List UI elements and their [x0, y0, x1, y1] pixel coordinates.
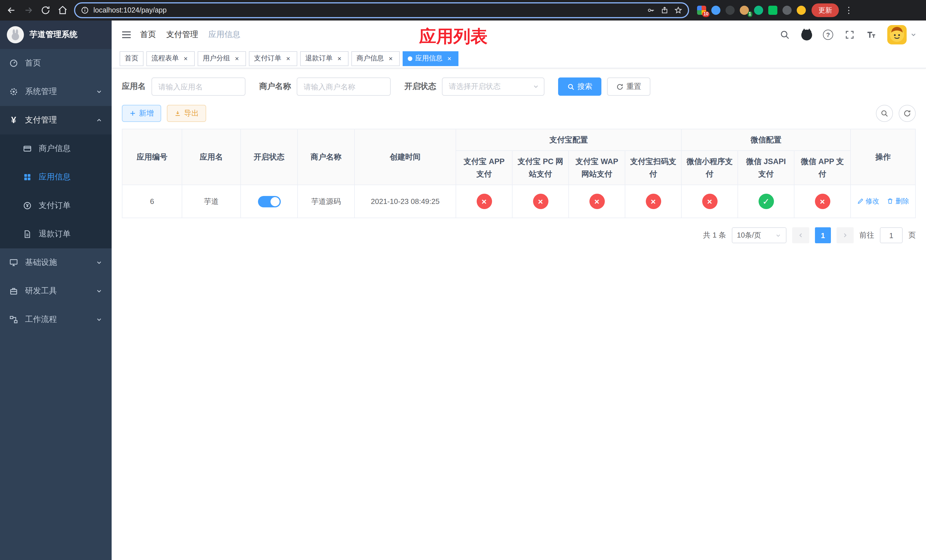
sidebar-item-pay-order[interactable]: 支付订单	[0, 191, 112, 220]
refresh-icon	[903, 109, 911, 117]
add-button[interactable]: 新增	[122, 105, 161, 122]
back-icon[interactable]	[6, 5, 17, 16]
bookmark-star-icon[interactable]	[674, 6, 682, 14]
search-button[interactable]: 搜索	[558, 77, 601, 96]
url-bar[interactable]: localhost:1024/pay/app	[74, 2, 689, 18]
tab-label: 应用信息	[415, 53, 442, 63]
tab-label: 用户分组	[203, 53, 230, 63]
close-icon[interactable]	[387, 54, 395, 62]
reset-button[interactable]: 重置	[607, 77, 651, 96]
cell-merchant: 芋道源码	[298, 185, 354, 218]
close-icon[interactable]	[182, 54, 190, 62]
chevron-down-icon	[96, 88, 103, 95]
extension-icon[interactable]	[768, 6, 777, 15]
merchant-name-input[interactable]	[297, 77, 391, 96]
toggle-search-button[interactable]	[876, 105, 893, 122]
next-page-button[interactable]	[837, 227, 854, 243]
search-icon[interactable]	[779, 29, 790, 41]
app-name-input[interactable]	[151, 77, 245, 96]
home-icon[interactable]	[57, 5, 68, 16]
sidebar-item-app-info[interactable]: 应用信息	[0, 163, 112, 191]
sidebar-item-merchant-info[interactable]: 商户信息	[0, 135, 112, 163]
delete-button-label: 删除	[896, 197, 909, 206]
info-icon[interactable]	[81, 6, 89, 14]
tab-pay-order[interactable]: 支付订单	[249, 51, 297, 66]
sidebar-item-infrastructure[interactable]: 基础设施	[0, 248, 112, 277]
chevron-left-icon	[797, 232, 804, 239]
font-size-icon[interactable]	[865, 29, 877, 41]
credit-card-icon	[23, 144, 32, 153]
status-select[interactable]: 请选择开启状态	[442, 77, 545, 96]
key-icon[interactable]	[647, 6, 655, 14]
export-button[interactable]: 导出	[167, 105, 206, 122]
add-button-label: 新增	[139, 108, 154, 118]
extension-icon[interactable]	[754, 6, 763, 15]
cell-alipay-wap: ×	[569, 185, 625, 218]
help-icon[interactable]	[822, 29, 834, 41]
update-button[interactable]: 更新	[811, 3, 839, 17]
tab-merchant-info[interactable]: 商户信息	[351, 51, 400, 66]
breadcrumb-item[interactable]: 首页	[140, 30, 156, 40]
tab-home[interactable]: 首页	[120, 51, 144, 66]
tab-process-form[interactable]: 流程表单	[146, 51, 195, 66]
cell-wechat-app: ×	[794, 185, 850, 218]
close-icon[interactable]	[445, 54, 453, 62]
goto-page-input[interactable]	[880, 227, 903, 243]
sidebar-item-label: 系统管理	[25, 86, 57, 97]
extension-icon[interactable]	[711, 6, 720, 15]
edit-button[interactable]: 修改	[857, 197, 879, 206]
download-icon	[174, 110, 181, 117]
github-icon[interactable]	[801, 29, 812, 41]
browser-menu-icon[interactable]: ⋮	[844, 5, 853, 15]
refresh-table-button[interactable]	[899, 105, 916, 122]
extension-icon[interactable]	[726, 6, 735, 15]
fullscreen-icon[interactable]	[844, 29, 855, 41]
sidebar-item-home[interactable]: 首页	[0, 49, 112, 77]
toggle-knob	[270, 197, 279, 206]
tab-label: 退款订单	[305, 53, 333, 63]
app-name-label: 应用名	[122, 82, 146, 92]
content: 应用名 商户名称 开启状态 请选择开启状态 搜索 重置	[112, 68, 926, 560]
close-icon[interactable]	[233, 54, 241, 62]
edit-button-label: 修改	[865, 197, 879, 206]
sidebar-toggle-icon[interactable]	[121, 29, 132, 41]
breadcrumb-item[interactable]: 支付管理	[166, 30, 198, 40]
tab-app-info[interactable]: 应用信息	[402, 51, 458, 66]
sidebar-item-refund-order[interactable]: 退款订单	[0, 220, 112, 248]
close-icon[interactable]	[284, 54, 292, 62]
extension-icon[interactable]	[797, 6, 806, 15]
extension-icon[interactable]	[782, 6, 791, 15]
sidebar-item-label: 工作流程	[25, 315, 57, 325]
config-status-icon: ×	[646, 194, 661, 209]
extension-icon[interactable]: 1	[740, 6, 749, 15]
col-header-alipay-app: 支付宝 APP 支付	[456, 151, 512, 185]
sidebar-item-payment[interactable]: ¥ 支付管理	[0, 106, 112, 135]
col-header-wechat-mini: 微信小程序支付	[681, 151, 738, 185]
app-logo-row[interactable]: 芋道管理系统	[0, 21, 112, 49]
sidebar-item-workflow[interactable]: 工作流程	[0, 305, 112, 334]
cell-status	[241, 185, 298, 218]
export-button-label: 导出	[184, 108, 199, 118]
tab-refund-order[interactable]: 退款订单	[300, 51, 348, 66]
share-icon[interactable]	[661, 6, 669, 14]
forward-icon[interactable]	[23, 5, 34, 16]
sidebar-item-label: 退款订单	[39, 229, 71, 239]
config-status-icon: ×	[589, 194, 605, 209]
extension-icon[interactable]: 10	[697, 6, 706, 15]
close-icon[interactable]	[336, 54, 343, 62]
goto-label: 前往	[859, 230, 874, 241]
user-avatar-menu[interactable]	[887, 25, 917, 44]
filter-form: 应用名 商户名称 开启状态 请选择开启状态 搜索 重置	[122, 77, 916, 96]
reload-icon[interactable]	[40, 5, 51, 16]
delete-button[interactable]: 删除	[887, 197, 909, 206]
sidebar-item-label: 支付管理	[25, 115, 57, 125]
sidebar-item-system[interactable]: 系统管理	[0, 77, 112, 106]
page-size-select[interactable]: 10条/页	[732, 227, 787, 243]
sidebar-item-dev-tools[interactable]: 研发工具	[0, 277, 112, 305]
prev-page-button[interactable]	[792, 227, 809, 243]
sidebar-item-label: 首页	[25, 58, 41, 68]
status-toggle[interactable]	[258, 196, 280, 207]
page-number-button[interactable]: 1	[815, 227, 831, 243]
col-header-wechat-app: 微信 APP 支付	[794, 151, 850, 185]
tab-user-group[interactable]: 用户分组	[198, 51, 246, 66]
